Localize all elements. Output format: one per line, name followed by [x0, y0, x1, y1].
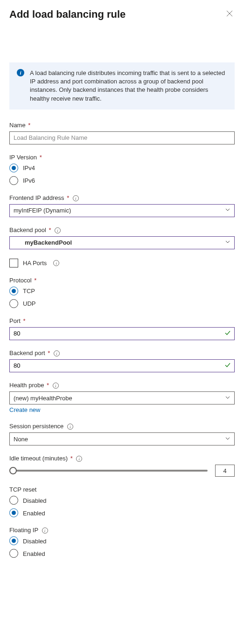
- page-title: Add load balancing rule: [9, 8, 125, 21]
- info-text: A load balancing rule distributes incomi…: [30, 69, 227, 103]
- radio-label: IPv4: [23, 164, 35, 171]
- radio-label: Disabled: [23, 537, 47, 545]
- checkbox-label: HA Ports: [23, 259, 47, 267]
- info-banner: i A load balancing rule distributes inco…: [9, 62, 235, 110]
- ip-version-ipv4-radio[interactable]: IPv4: [9, 164, 235, 172]
- idle-timeout-slider[interactable]: [9, 466, 208, 475]
- session-persistence-select[interactable]: None: [9, 432, 235, 445]
- name-label: Name *: [9, 122, 235, 129]
- help-icon[interactable]: i: [53, 383, 59, 389]
- info-icon: i: [17, 69, 24, 76]
- close-icon: [226, 10, 233, 17]
- slider-thumb[interactable]: [9, 467, 17, 474]
- tcp-reset-disabled-radio[interactable]: Disabled: [9, 496, 235, 505]
- help-icon[interactable]: i: [42, 528, 48, 534]
- ip-version-ipv6-radio[interactable]: IPv6: [9, 176, 235, 185]
- backend-pool-label: Backend pool * i: [9, 226, 235, 233]
- help-icon[interactable]: i: [76, 456, 82, 462]
- protocol-tcp-radio[interactable]: TCP: [9, 287, 235, 295]
- radio-label: Enabled: [23, 550, 45, 557]
- help-icon[interactable]: i: [54, 350, 60, 356]
- chevron-down-icon: [225, 207, 230, 214]
- ha-ports-checkbox[interactable]: HA Ports i: [9, 259, 235, 267]
- radio-label: IPv6: [23, 177, 35, 184]
- frontend-ip-select[interactable]: myIntFEIP (Dynamic): [9, 204, 235, 217]
- backend-pool-select[interactable]: myBackendPool: [9, 236, 235, 249]
- floating-ip-label: Floating IP i: [9, 527, 235, 534]
- idle-timeout-value[interactable]: 4: [215, 465, 235, 477]
- port-input[interactable]: [9, 327, 235, 340]
- select-value: myIntFEIP (Dynamic): [14, 207, 71, 214]
- health-probe-label: Health probe * i: [9, 382, 235, 389]
- radio-label: Disabled: [23, 497, 47, 504]
- session-persistence-label: Session persistence i: [9, 423, 235, 430]
- tcp-reset-enabled-radio[interactable]: Enabled: [9, 508, 235, 517]
- idle-timeout-label: Idle timeout (minutes) * i: [9, 455, 235, 462]
- chevron-down-icon: [225, 239, 230, 246]
- floating-ip-disabled-radio[interactable]: Disabled: [9, 536, 235, 545]
- protocol-udp-radio[interactable]: UDP: [9, 299, 235, 308]
- close-button[interactable]: [224, 8, 235, 21]
- radio-label: Enabled: [23, 509, 45, 517]
- chevron-down-icon: [225, 395, 230, 402]
- floating-ip-enabled-radio[interactable]: Enabled: [9, 549, 235, 558]
- protocol-label: Protocol *: [9, 277, 235, 284]
- radio-label: TCP: [23, 287, 35, 295]
- help-icon[interactable]: i: [73, 195, 79, 201]
- select-value: None: [14, 436, 28, 443]
- port-label: Port *: [9, 317, 235, 324]
- radio-label: UDP: [23, 300, 35, 307]
- tcp-reset-label: TCP reset: [9, 486, 235, 493]
- ip-version-label: IP Version *: [9, 154, 235, 161]
- select-value: myBackendPool: [14, 239, 72, 246]
- help-icon[interactable]: i: [53, 260, 59, 266]
- help-icon[interactable]: i: [55, 227, 61, 233]
- health-probe-select[interactable]: (new) myHealthProbe: [9, 391, 235, 404]
- backend-port-input[interactable]: [9, 359, 235, 372]
- create-new-link[interactable]: Create new: [9, 406, 40, 413]
- chevron-down-icon: [225, 436, 230, 443]
- select-value: (new) myHealthProbe: [14, 395, 72, 402]
- name-input[interactable]: [9, 131, 235, 144]
- backend-port-label: Backend port * i: [9, 349, 235, 356]
- frontend-ip-label: Frontend IP address * i: [9, 194, 235, 201]
- help-icon[interactable]: i: [67, 424, 73, 430]
